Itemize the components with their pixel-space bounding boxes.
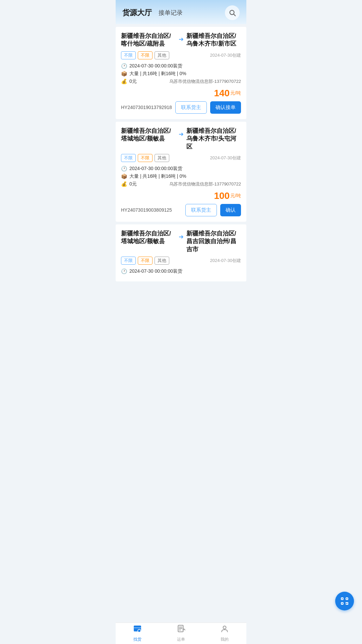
card-footer: HY24073019013792918 联系货主 确认接单 xyxy=(121,101,241,114)
price-row: 100 元/吨 xyxy=(121,191,241,201)
nav-find-cargo[interactable]: 找货 xyxy=(116,623,159,644)
weight-row: 📦 大量 | 共16吨 | 剩16吨 | 0% xyxy=(121,71,241,77)
app-header: 货源大厅 接单记录 xyxy=(116,0,246,24)
price-base-row: 💰 0元 乌苏市优信物流信息部-13779070722 xyxy=(121,78,241,85)
route-row: 新疆维吾尔自治区/塔城地区/额敏县 ➜ 新疆维吾尔自治区/乌鲁木齐市/头屯河区 xyxy=(121,127,241,151)
contact-owner-button[interactable]: 联系货主 xyxy=(185,204,217,216)
date-created: 2024-07-30创建 xyxy=(210,52,241,58)
to-text: 新疆维吾尔自治区/乌鲁木齐市/头屯河区 xyxy=(186,127,241,151)
tag-1: 不限 xyxy=(138,51,153,59)
load-time-row: 🕐 2024-07-30 00:00:00装货 xyxy=(121,63,241,69)
tags-date-row: 不限 不限 其他 2024-07-30创建 xyxy=(121,154,241,164)
from-text: 新疆维吾尔自治区/塔城地区/额敏县 xyxy=(121,127,176,143)
arrow-icon: ➜ xyxy=(179,130,184,138)
clock-icon: 🕐 xyxy=(121,268,127,274)
route-from: 新疆维吾尔自治区/塔城地区/额敏县 xyxy=(121,230,176,246)
load-time-row: 🕐 2024-07-30 00:00:00装货 xyxy=(121,268,241,274)
nav-my[interactable]: 我的 xyxy=(203,623,246,644)
route-from: 新疆维吾尔自治区/喀什地区/疏附县 xyxy=(121,32,176,48)
load-time: 2024-07-30 00:00:00装货 xyxy=(129,268,182,274)
box-icon: 📦 xyxy=(121,71,127,77)
cargo-card-2: 新疆维吾尔自治区/塔城地区/额敏县 ➜ 新疆维吾尔自治区/乌鲁木齐市/头屯河区 … xyxy=(116,122,246,222)
load-time-row: 🕐 2024-07-30 00:00:00装货 xyxy=(121,166,241,172)
load-time: 2024-07-30 00:00:00装货 xyxy=(129,63,182,69)
my-label: 我的 xyxy=(221,637,229,642)
svg-line-13 xyxy=(140,632,141,633)
route-to: 新疆维吾尔自治区/昌吉回族自治州/昌吉市 xyxy=(186,230,241,253)
tag-group: 不限 不限 其他 xyxy=(121,257,169,265)
tag-1: 不限 xyxy=(138,257,153,265)
price-unit: 元/吨 xyxy=(230,193,241,199)
tag-group: 不限 不限 其他 xyxy=(121,154,169,162)
tag-0: 不限 xyxy=(121,51,136,59)
tag-0: 不限 xyxy=(121,257,136,265)
header-subtitle: 接单记录 xyxy=(159,9,183,17)
price-base: 0元 xyxy=(129,181,137,187)
action-buttons: 联系货主 确认 xyxy=(185,204,241,216)
nav-waybill[interactable]: 运单 xyxy=(159,623,203,644)
confirm-order-button[interactable]: 确认接单 xyxy=(210,101,241,114)
company-name: 乌苏市优信物流信息部-13779070722 xyxy=(169,181,241,187)
company-name: 乌苏市优信物流信息部-13779070722 xyxy=(169,78,241,85)
bottom-navigation: 找货 运单 我的 xyxy=(116,623,246,644)
my-icon xyxy=(220,625,229,635)
price-value: 100 xyxy=(214,191,230,201)
waybill-label: 运单 xyxy=(177,637,185,642)
price-base: 0元 xyxy=(129,78,137,85)
route-from: 新疆维吾尔自治区/塔城地区/额敏县 xyxy=(121,127,176,143)
contact-owner-button[interactable]: 联系货主 xyxy=(175,101,207,114)
find-cargo-icon xyxy=(133,625,142,635)
svg-rect-10 xyxy=(134,626,141,629)
price-row: 140 元/吨 xyxy=(121,88,241,99)
box-icon: 📦 xyxy=(121,173,127,179)
cargo-card-1: 新疆维吾尔自治区/喀什地区/疏附县 ➜ 新疆维吾尔自治区/乌鲁木齐市/新市区 不… xyxy=(116,27,246,119)
tags-date-row: 不限 不限 其他 2024-07-30创建 xyxy=(121,257,241,267)
date-created: 2024-07-30创建 xyxy=(210,258,241,264)
price-base-row: 💰 0元 乌苏市优信物流信息部-13779070722 xyxy=(121,181,241,187)
order-id: HY24073019013792918 xyxy=(121,105,172,110)
route-row: 新疆维吾尔自治区/喀什地区/疏附县 ➜ 新疆维吾尔自治区/乌鲁木齐市/新市区 xyxy=(121,32,241,48)
from-text: 新疆维吾尔自治区/喀什地区/疏附县 xyxy=(121,32,176,48)
svg-point-18 xyxy=(223,626,226,629)
to-text: 新疆维吾尔自治区/乌鲁木齐市/新市区 xyxy=(186,32,241,48)
weight-text: 大量 | 共16吨 | 剩16吨 | 0% xyxy=(129,173,186,179)
cargo-card-3: 新疆维吾尔自治区/塔城地区/额敏县 ➜ 新疆维吾尔自治区/昌吉回族自治州/昌吉市… xyxy=(116,224,246,281)
price-value: 140 xyxy=(214,88,230,99)
search-button[interactable] xyxy=(225,5,240,20)
clock-icon: 🕐 xyxy=(121,63,127,69)
arrow-icon: ➜ xyxy=(179,233,184,240)
load-time: 2024-07-30 00:00:00装货 xyxy=(129,166,182,172)
svg-line-1 xyxy=(234,14,235,16)
card-footer: HY24073019003809125 联系货主 确认 xyxy=(121,204,241,216)
from-text: 新疆维吾尔自治区/塔城地区/额敏县 xyxy=(121,230,176,246)
weight-row: 📦 大量 | 共16吨 | 剩16吨 | 0% xyxy=(121,173,241,179)
header-title: 货源大厅 xyxy=(122,8,152,18)
route-row: 新疆维吾尔自治区/塔城地区/额敏县 ➜ 新疆维吾尔自治区/昌吉回族自治州/昌吉市 xyxy=(121,230,241,253)
arrow-icon: ➜ xyxy=(179,36,184,43)
route-to: 新疆维吾尔自治区/乌鲁木齐市/头屯河区 xyxy=(186,127,241,151)
tag-0: 不限 xyxy=(121,154,136,162)
weight-text: 大量 | 共16吨 | 剩16吨 | 0% xyxy=(129,71,186,77)
price-unit: 元/吨 xyxy=(230,90,241,96)
tags-date-row: 不限 不限 其他 2024-07-30创建 xyxy=(121,51,241,61)
card-list: 新疆维吾尔自治区/喀什地区/疏附县 ➜ 新疆维吾尔自治区/乌鲁木齐市/新市区 不… xyxy=(116,27,246,308)
tag-group: 不限 不限 其他 xyxy=(121,51,169,59)
clock-icon: 🕐 xyxy=(121,166,127,172)
confirm-order-button-partial[interactable]: 确认 xyxy=(220,204,241,216)
coin-icon: 💰 xyxy=(121,181,127,187)
tag-2: 其他 xyxy=(155,257,169,265)
action-buttons: 联系货主 确认接单 xyxy=(175,101,241,114)
route-to: 新疆维吾尔自治区/乌鲁木齐市/新市区 xyxy=(186,32,241,48)
to-text: 新疆维吾尔自治区/昌吉回族自治州/昌吉市 xyxy=(186,230,241,253)
tag-2: 其他 xyxy=(155,51,169,59)
coin-icon: 💰 xyxy=(121,78,127,85)
order-id: HY24073019003809125 xyxy=(121,207,172,213)
tag-2: 其他 xyxy=(155,154,169,162)
tag-1: 不限 xyxy=(138,154,153,162)
date-created: 2024-07-30创建 xyxy=(210,155,241,161)
waybill-icon xyxy=(177,625,185,635)
find-cargo-label: 找货 xyxy=(133,637,141,642)
